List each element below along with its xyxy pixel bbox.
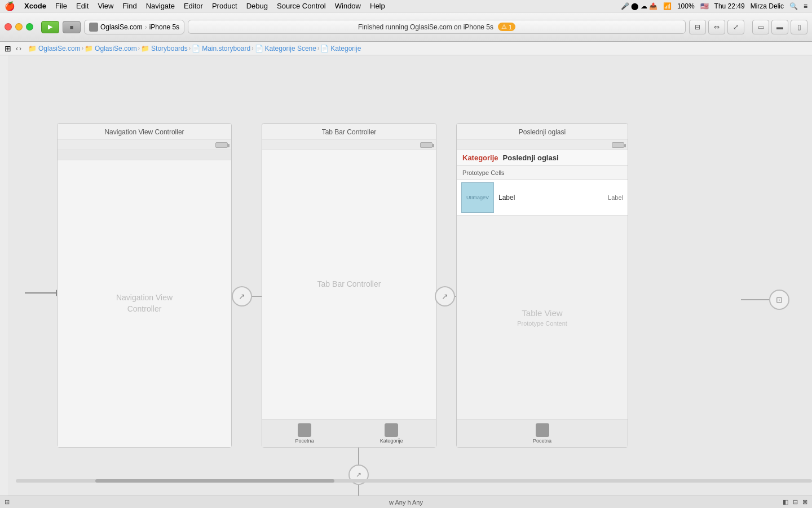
chevron-sep: ›: [145, 23, 147, 31]
breadcrumb-item-2[interactable]: 📁 OglasiSe.com: [85, 45, 137, 52]
breadcrumb-item-1[interactable]: 📁 OglasiSe.com: [28, 45, 81, 52]
breadcrumb-item-6[interactable]: 📄 Kategorije: [320, 45, 361, 52]
po-frame[interactable]: Poslednji oglasi Kategorije Poslednji og…: [456, 123, 628, 448]
breadcrumb-item-4[interactable]: 📄 Main.storyboard: [192, 45, 250, 52]
po-table-area: Table View Prototype Content: [457, 216, 628, 419]
tab-content: Tab Bar Controller: [262, 150, 436, 419]
po-cell-image: UIImageV: [461, 182, 494, 213]
nav-battery-icon: [215, 142, 228, 148]
breadcrumb-nav-left[interactable]: ‹: [16, 45, 18, 52]
bottom-right: ◧ ⊟ ⊠: [783, 498, 807, 506]
po-tab-kategorije[interactable]: Kategorije: [462, 154, 498, 162]
apple-menu[interactable]: 🍎: [5, 1, 15, 11]
po-tabbar: Pocetna: [457, 419, 628, 447]
bottom-icon-1[interactable]: ◧: [783, 498, 788, 506]
inspector-toggle[interactable]: ▯: [791, 20, 807, 34]
segue-circle-1[interactable]: ↗: [232, 286, 252, 306]
tab-label-kategorije: Kategorije: [380, 438, 403, 444]
editor-assistant-button[interactable]: ⇔: [708, 20, 725, 34]
toolbar-right: ⊟ ⇔ ⤢ ▭ ▬ ▯: [689, 20, 807, 34]
menu-file[interactable]: File: [55, 2, 67, 10]
tab-item-kategorije[interactable]: Kategorije: [380, 423, 403, 444]
po-tab-label: Pocetna: [533, 438, 551, 444]
menu-find[interactable]: Find: [122, 2, 136, 10]
menu-xcode[interactable]: Xcode: [24, 2, 46, 10]
warning-badge[interactable]: ⚠ 1: [498, 23, 515, 31]
editor-version-button[interactable]: ⤢: [727, 20, 744, 34]
nav-controller-frame[interactable]: Navigation View Controller Navigation Vi…: [57, 123, 232, 448]
close-button[interactable]: [5, 23, 12, 30]
vert-line-top: [358, 448, 359, 465]
breadcrumb-sep-1: ›: [82, 45, 83, 51]
breadcrumb-item-5[interactable]: 📄 Kategorije Scene: [255, 45, 316, 52]
tab-center-text: Tab Bar Controller: [317, 279, 381, 290]
tab-controller-title: Tab Bar Controller: [262, 124, 436, 140]
stop-button[interactable]: ■: [63, 21, 81, 33]
po-cell[interactable]: UIImageV Label Label: [457, 180, 628, 216]
device-name: iPhone 5s: [149, 23, 179, 31]
debug-toggle[interactable]: ▬: [771, 20, 788, 34]
menu-edit[interactable]: Edit: [76, 2, 89, 10]
breadcrumb-sep-3: ›: [189, 45, 191, 51]
maximize-button[interactable]: [26, 23, 33, 30]
nav-back-icon[interactable]: ⊞: [5, 44, 11, 53]
editor-standard-button[interactable]: ⊟: [689, 20, 706, 34]
tab-icon-pocetna: [298, 423, 311, 437]
exit-circle[interactable]: ⊡: [769, 290, 789, 310]
menu-window[interactable]: Window: [335, 2, 361, 10]
breadcrumb-sep-4: ›: [251, 45, 253, 51]
tab-item-pocetna[interactable]: Pocetna: [295, 423, 314, 444]
minimize-button[interactable]: [15, 23, 23, 30]
menu-navigate[interactable]: Navigate: [146, 2, 175, 10]
search-icon[interactable]: 🔍: [789, 2, 798, 10]
po-tabs-row: Kategorije Poslednji oglasi: [457, 150, 628, 166]
menu-editor[interactable]: Editor: [184, 2, 203, 10]
po-tab-item-pocetna[interactable]: Pocetna: [533, 423, 551, 444]
po-cell-labels: Label: [498, 194, 515, 202]
tab-mock-status: [262, 140, 436, 150]
nav-navbar: [58, 150, 231, 160]
po-prototype-header: Prototype Cells: [457, 166, 628, 180]
tab-label-pocetna: Pocetna: [295, 438, 314, 444]
scheme-name: OglasiSe.com: [100, 23, 143, 31]
scrollbar-thumb[interactable]: [95, 479, 334, 483]
nav-center-text: Navigation ViewController: [116, 292, 173, 314]
tab-battery-icon: [420, 142, 433, 148]
scrollbar-track: [16, 479, 812, 483]
scheme-selector[interactable]: OglasiSe.com › iPhone 5s: [84, 20, 184, 34]
menu-view[interactable]: View: [98, 2, 113, 10]
po-battery-icon: [612, 142, 624, 148]
breadcrumb-item-3[interactable]: 📁 Storyboards: [141, 45, 188, 52]
traffic-lights: [5, 23, 33, 30]
breadcrumb-nav-right[interactable]: ›: [19, 45, 21, 52]
po-tab-icon: [536, 423, 549, 437]
grid-icon[interactable]: ⊞: [5, 498, 10, 506]
menu-debug[interactable]: Debug: [246, 2, 268, 10]
bottom-icon-3[interactable]: ⊠: [802, 498, 807, 506]
po-table-sub: Prototype Content: [517, 320, 567, 327]
menu-source-control[interactable]: Source Control: [277, 2, 326, 10]
menu-help[interactable]: Help: [370, 2, 385, 10]
app-icon: [89, 23, 98, 32]
menubar-icons: 🎤 ⬤ ☁ 📤: [621, 2, 657, 10]
battery-status: 100%: [677, 2, 695, 10]
entry-arrow: [25, 290, 61, 296]
horizontal-scrollbar[interactable]: [16, 479, 812, 483]
vert-connector: ↗: [348, 448, 369, 496]
tab-icon-kategorije: [385, 423, 398, 437]
status-bar: Finished running OglasiSe.com on iPhone …: [188, 20, 686, 34]
navigator-toggle[interactable]: ▭: [752, 20, 769, 34]
run-button[interactable]: ▶: [41, 21, 59, 33]
list-icon[interactable]: ≡: [804, 2, 807, 10]
tab-controller-frame[interactable]: Tab Bar Controller Tab Bar Controller Po…: [262, 123, 436, 448]
segue-circle-2[interactable]: ↗: [435, 286, 455, 306]
exit-line: [741, 299, 769, 300]
bottom-icon-2[interactable]: ⊟: [793, 498, 798, 506]
breadcrumb-sep-2: ›: [138, 45, 140, 51]
po-tab-poslednji[interactable]: Poslednji oglasi: [503, 154, 559, 162]
menu-product[interactable]: Product: [212, 2, 237, 10]
bottom-left: ⊞: [5, 498, 10, 506]
menubar-time: Thu 22:49: [714, 2, 745, 10]
canvas-area: Navigation View Controller Navigation Vi…: [8, 55, 812, 496]
nav-mock-status: [58, 140, 231, 150]
